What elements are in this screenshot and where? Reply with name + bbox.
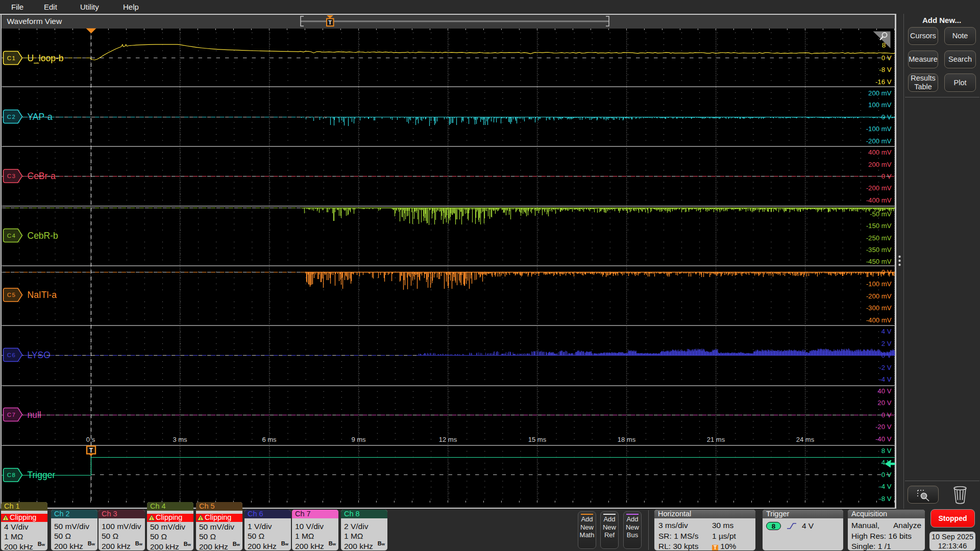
svg-text:3 ms: 3 ms [173, 436, 187, 443]
svg-text:T: T [89, 447, 93, 454]
svg-text:CebR-b: CebR-b [27, 231, 58, 241]
svg-text:-200 mV: -200 mV [866, 137, 891, 145]
svg-text:-4 V: -4 V [879, 483, 891, 490]
svg-text:-400 mV: -400 mV [866, 196, 891, 204]
svg-text:!: ! [5, 515, 7, 520]
svg-text:NaITl-a: NaITl-a [27, 290, 57, 300]
svg-text:C7: C7 [7, 412, 16, 418]
svg-text:200 mV: 200 mV [868, 89, 892, 97]
svg-text:-20 V: -20 V [875, 423, 891, 431]
svg-text:-100 mV: -100 mV [866, 280, 891, 288]
svg-text:C6: C6 [7, 352, 16, 358]
svg-text:18 ms: 18 ms [617, 436, 635, 443]
svg-text:-8 V: -8 V [879, 66, 891, 73]
svg-text:21 ms: 21 ms [706, 436, 725, 443]
svg-text:null: null [27, 410, 41, 420]
svg-text:24 ms: 24 ms [796, 436, 814, 443]
svg-text:20 V: 20 V [877, 399, 891, 407]
svg-text:-16 V: -16 V [875, 78, 891, 86]
svg-text:-250 mV: -250 mV [866, 234, 891, 242]
svg-text:-450 mV: -450 mV [866, 258, 891, 265]
svg-text:C8: C8 [7, 472, 16, 478]
svg-text:2 V: 2 V [881, 340, 891, 347]
svg-text:-100 mV: -100 mV [866, 125, 891, 133]
svg-text:0 s: 0 s [86, 436, 95, 443]
svg-text:YAP-a: YAP-a [27, 112, 53, 122]
svg-text:-350 mV: -350 mV [866, 246, 891, 254]
svg-text:9 ms: 9 ms [351, 436, 366, 443]
svg-text:-8 V: -8 V [879, 495, 891, 503]
svg-text:T: T [328, 19, 332, 26]
svg-text:C2: C2 [7, 114, 16, 120]
svg-text:-2 V: -2 V [879, 364, 891, 371]
svg-text:-200 mV: -200 mV [866, 292, 891, 300]
svg-text:-150 mV: -150 mV [866, 222, 891, 230]
svg-text:40 V: 40 V [877, 387, 891, 395]
svg-text:8: 8 [881, 41, 886, 49]
svg-text:C1: C1 [7, 55, 16, 61]
svg-text:12 ms: 12 ms [438, 436, 457, 443]
svg-text:8 V: 8 V [881, 447, 891, 455]
svg-text:-400 mV: -400 mV [866, 316, 891, 324]
svg-text:15 ms: 15 ms [528, 436, 546, 443]
svg-text:6 ms: 6 ms [262, 436, 277, 443]
svg-text:200 mV: 200 mV [868, 161, 892, 168]
svg-text:-40 V: -40 V [875, 435, 891, 443]
svg-text:400 mV: 400 mV [868, 148, 892, 156]
svg-text:100 mV: 100 mV [868, 101, 892, 109]
svg-text:-200 mV: -200 mV [866, 184, 891, 192]
svg-text:!: ! [200, 515, 202, 520]
svg-text:-50 mV: -50 mV [869, 210, 891, 218]
svg-text:-4 V: -4 V [879, 375, 891, 383]
svg-text:C3: C3 [7, 173, 16, 179]
svg-text:-300 mV: -300 mV [866, 304, 891, 312]
svg-text:LYSO: LYSO [27, 350, 50, 360]
svg-text:4 V: 4 V [881, 328, 891, 335]
svg-text:C4: C4 [7, 233, 16, 239]
svg-text:C5: C5 [7, 292, 16, 298]
svg-text:!: ! [151, 515, 153, 520]
